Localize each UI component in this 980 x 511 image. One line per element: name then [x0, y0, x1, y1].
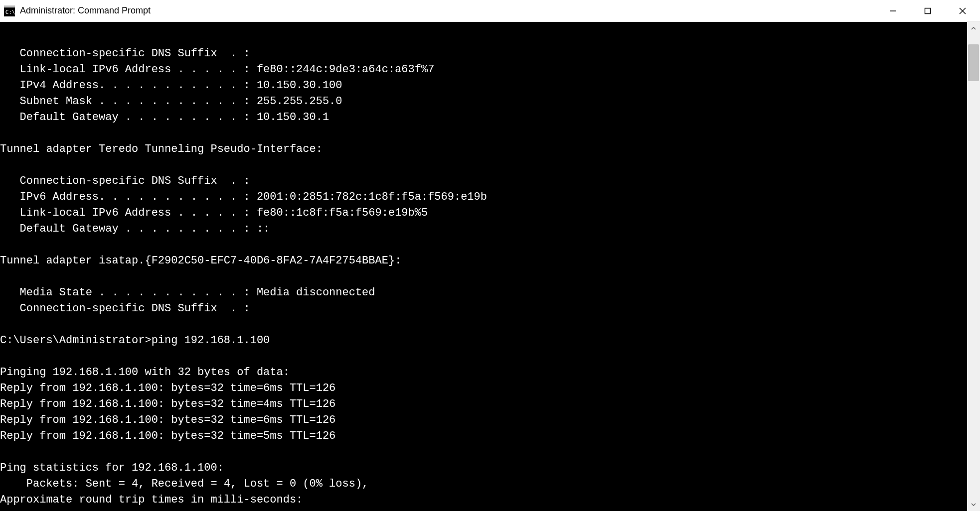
terminal[interactable]: Connection-specific DNS Suffix . : Link-… — [0, 22, 967, 511]
vertical-scrollbar[interactable] — [967, 22, 980, 511]
svg-text:C:\: C:\ — [5, 8, 15, 15]
scroll-track[interactable] — [967, 35, 980, 498]
client-area: Connection-specific DNS Suffix . : Link-… — [0, 22, 980, 511]
scroll-up-arrow-icon[interactable] — [967, 22, 980, 35]
maximize-button[interactable] — [910, 0, 945, 21]
app-window: C:\ Administrator: Command Prompt Connec… — [0, 0, 980, 511]
window-controls — [875, 0, 980, 21]
cmd-app-icon: C:\ — [4, 5, 15, 16]
scroll-thumb[interactable] — [968, 44, 979, 81]
svg-rect-4 — [925, 8, 931, 13]
svg-rect-1 — [4, 5, 15, 7]
close-button[interactable] — [945, 0, 980, 21]
scroll-down-arrow-icon[interactable] — [967, 498, 980, 511]
console-output: Connection-specific DNS Suffix . : Link-… — [0, 30, 967, 508]
titlebar[interactable]: C:\ Administrator: Command Prompt — [0, 0, 980, 22]
minimize-button[interactable] — [875, 0, 910, 21]
window-title: Administrator: Command Prompt — [20, 5, 875, 16]
